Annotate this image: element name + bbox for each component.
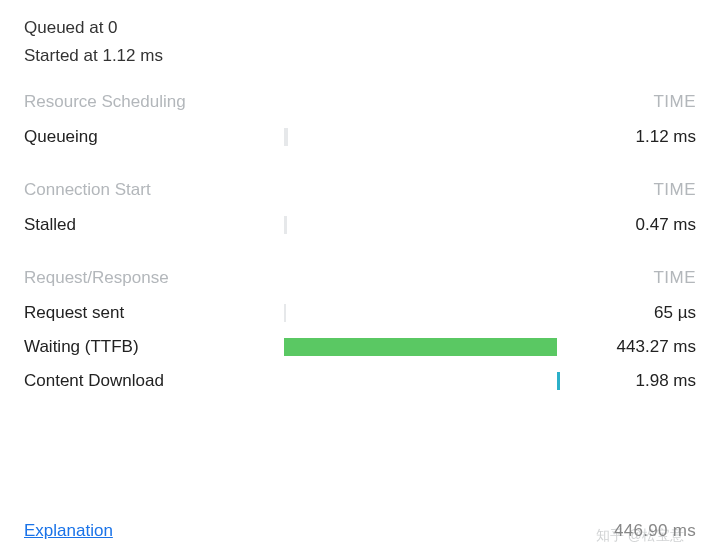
bar-stalled	[284, 216, 287, 234]
label-stalled: Stalled	[24, 215, 284, 235]
row-queueing: Queueing 1.12 ms	[24, 120, 696, 154]
time-header-connection: TIME	[653, 180, 696, 200]
bar-waiting-ttfb	[284, 338, 557, 356]
row-content-download: Content Download 1.98 ms	[24, 364, 696, 398]
value-content-download: 1.98 ms	[576, 371, 696, 391]
bar-queueing	[284, 128, 288, 146]
bar-request-sent	[284, 304, 286, 322]
value-waiting-ttfb: 443.27 ms	[576, 337, 696, 357]
time-header-request-response: TIME	[653, 268, 696, 288]
bar-track-content-download	[284, 370, 560, 392]
time-header-scheduling: TIME	[653, 92, 696, 112]
section-resource-scheduling: Resource Scheduling TIME Queueing 1.12 m…	[24, 92, 696, 154]
value-request-sent: 65 µs	[576, 303, 696, 323]
bar-track-waiting-ttfb	[284, 336, 560, 358]
footer: Explanation 446.90 ms	[24, 521, 696, 541]
section-title-connection: Connection Start	[24, 180, 151, 200]
label-waiting-ttfb: Waiting (TTFB)	[24, 337, 284, 357]
row-waiting-ttfb: Waiting (TTFB) 443.27 ms	[24, 330, 696, 364]
total-time: 446.90 ms	[614, 521, 696, 541]
section-title-request-response: Request/Response	[24, 268, 169, 288]
label-request-sent: Request sent	[24, 303, 284, 323]
bar-track-queueing	[284, 126, 560, 148]
bar-content-download	[557, 372, 560, 390]
section-request-response: Request/Response TIME Request sent 65 µs…	[24, 268, 696, 398]
value-queueing: 1.12 ms	[576, 127, 696, 147]
value-stalled: 0.47 ms	[576, 215, 696, 235]
label-queueing: Queueing	[24, 127, 284, 147]
section-connection-start: Connection Start TIME Stalled 0.47 ms	[24, 180, 696, 242]
bar-track-request-sent	[284, 302, 560, 324]
queued-at-text: Queued at 0	[24, 18, 696, 38]
row-request-sent: Request sent 65 µs	[24, 296, 696, 330]
explanation-link[interactable]: Explanation	[24, 521, 113, 541]
row-stalled: Stalled 0.47 ms	[24, 208, 696, 242]
bar-track-stalled	[284, 214, 560, 236]
section-title-scheduling: Resource Scheduling	[24, 92, 186, 112]
label-content-download: Content Download	[24, 371, 284, 391]
started-at-text: Started at 1.12 ms	[24, 46, 696, 66]
